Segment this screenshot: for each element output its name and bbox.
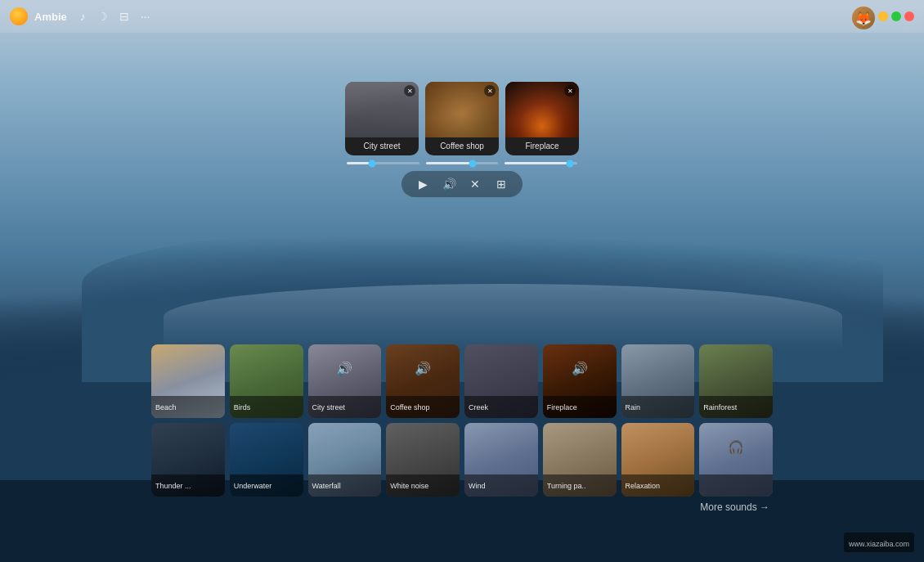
sound-label-fireplace: Fireplace xyxy=(543,396,617,418)
sound-image-thunder xyxy=(151,423,225,474)
sound-image-birds xyxy=(230,344,303,396)
sound-label-turningpages: Turning pa.. xyxy=(543,474,617,497)
close-button[interactable] xyxy=(904,11,914,21)
sound-image-waterfall xyxy=(308,423,382,474)
card-label-fireplace: Fireplace xyxy=(505,137,579,156)
sound-grid-row1: Beach Birds 🔊 City street 🔊 Coffee shop xyxy=(151,344,773,418)
sound-card-thunder[interactable]: Thunder ... xyxy=(151,423,225,497)
sound-image-rain xyxy=(621,344,695,396)
more-sounds-link[interactable]: More sounds → xyxy=(151,501,773,513)
sound-card-waterfall[interactable]: Waterfall xyxy=(308,423,382,497)
close-fireplace-button[interactable]: ✕ xyxy=(564,85,576,97)
sound-card-beach[interactable]: Beach xyxy=(151,344,225,418)
sound-card-city-street[interactable]: 🔊 City street xyxy=(308,344,382,418)
stop-button[interactable]: ✕ xyxy=(467,176,483,192)
sound-image-whitenoise xyxy=(386,423,460,474)
app-logo xyxy=(10,7,28,25)
sound-label-rain: Rain xyxy=(621,396,695,418)
sound-label-relaxation: Relaxation xyxy=(621,474,695,497)
night-mode-icon[interactable]: ☽ xyxy=(97,10,108,23)
active-card-coffee-shop[interactable]: ✕ Coffee shop xyxy=(425,82,499,155)
sound-label-city: City street xyxy=(308,396,382,418)
active-icon-city: 🔊 xyxy=(336,360,352,375)
sound-image-relaxation xyxy=(621,423,695,474)
sound-label-headphones xyxy=(699,474,773,497)
sound-card-wind[interactable]: Wind xyxy=(464,423,538,497)
slider-fill-coffee xyxy=(426,162,473,164)
sound-label-rainforest: Rainforest xyxy=(699,396,773,418)
slider-fireplace[interactable] xyxy=(505,162,577,164)
headphones-icon: 🎧 xyxy=(728,438,744,454)
sound-label-whitenoise: White noise xyxy=(386,474,460,497)
card-label-city-street: City street xyxy=(345,137,419,156)
avatar[interactable]: 🦊 xyxy=(852,7,875,29)
slider-track-city xyxy=(347,162,419,164)
sound-label-birds: Birds xyxy=(230,396,303,418)
music-icon[interactable]: ♪ xyxy=(80,10,86,23)
slider-city-street[interactable] xyxy=(347,162,419,164)
titlebar: Ambie ♪ ☽ ⊟ ··· xyxy=(0,0,924,33)
sound-image-fireplace: 🔊 xyxy=(543,344,617,396)
sound-label-wind: Wind xyxy=(464,474,538,497)
active-cards: ✕ City street ✕ Coffee shop ✕ Fireplace xyxy=(345,82,579,155)
slider-track-fireplace xyxy=(505,162,577,164)
sound-card-white-noise[interactable]: White noise xyxy=(386,423,460,497)
titlebar-icons: ♪ ☽ ⊟ ··· xyxy=(80,10,150,23)
sound-label-creek: Creek xyxy=(464,396,538,418)
sound-card-headphones[interactable]: 🎧 xyxy=(699,423,773,497)
sound-image-coffee: 🔊 xyxy=(386,344,460,396)
card-label-coffee-shop: Coffee shop xyxy=(425,137,499,156)
slider-coffee-shop[interactable] xyxy=(426,162,499,164)
app-name: Ambie xyxy=(34,11,67,23)
sound-label-waterfall: Waterfall xyxy=(308,474,382,497)
sound-grid-row2: Thunder ... Underwater Waterfall White n… xyxy=(151,423,773,497)
sound-image-underwater xyxy=(230,423,303,474)
slider-thumb-fireplace[interactable] xyxy=(567,160,574,167)
play-button[interactable]: ▶ xyxy=(415,176,431,192)
active-icon-fireplace: 🔊 xyxy=(572,360,588,375)
sound-card-creek[interactable]: Creek xyxy=(464,344,538,418)
active-card-city-street[interactable]: ✕ City street xyxy=(345,82,419,155)
picture-icon[interactable]: ⊟ xyxy=(119,10,129,23)
sound-card-rain[interactable]: Rain xyxy=(621,344,695,418)
sound-card-fireplace[interactable]: 🔊 Fireplace xyxy=(543,344,617,418)
close-city-street-button[interactable]: ✕ xyxy=(404,85,415,97)
slider-thumb-city[interactable] xyxy=(369,160,376,167)
sound-label-thunder: Thunder ... xyxy=(151,474,225,497)
transport-controls: ▶ 🔊 ✕ ⊞ xyxy=(401,171,523,197)
watermark: www.xiazaiba.com xyxy=(844,533,914,552)
window-controls xyxy=(878,0,914,33)
more-menu-icon[interactable]: ··· xyxy=(141,10,150,23)
sound-card-birds[interactable]: Birds xyxy=(230,344,303,418)
volume-button[interactable]: 🔊 xyxy=(441,176,457,192)
sound-image-city: 🔊 xyxy=(308,344,382,396)
sound-card-underwater[interactable]: Underwater xyxy=(230,423,303,497)
maximize-button[interactable] xyxy=(891,11,901,21)
sliders-row xyxy=(343,162,581,164)
sound-card-rainforest[interactable]: Rainforest xyxy=(699,344,773,418)
save-preset-button[interactable]: ⊞ xyxy=(493,176,509,192)
sound-image-beach xyxy=(151,344,225,396)
active-icon-coffee: 🔊 xyxy=(415,360,431,375)
sound-label-underwater: Underwater xyxy=(230,474,303,497)
sound-grid-area: Beach Birds 🔊 City street 🔊 Coffee shop xyxy=(151,344,773,513)
sound-card-coffee-shop[interactable]: 🔊 Coffee shop xyxy=(386,344,460,418)
wave-crest xyxy=(164,284,842,349)
sound-image-turningpages xyxy=(543,423,617,474)
slider-thumb-coffee[interactable] xyxy=(469,160,477,167)
slider-fill-fireplace xyxy=(505,162,570,164)
sound-card-relaxation[interactable]: Relaxation xyxy=(621,423,695,497)
sound-image-headphones: 🎧 xyxy=(699,423,773,474)
avatar-area: 🦊 xyxy=(852,7,875,29)
close-coffee-shop-button[interactable]: ✕ xyxy=(484,85,496,97)
sound-image-rainforest xyxy=(699,344,773,396)
slider-track-coffee xyxy=(426,162,499,164)
sound-image-wind xyxy=(464,423,538,474)
sound-card-turning-pages[interactable]: Turning pa.. xyxy=(543,423,617,497)
active-panel: ✕ City street ✕ Coffee shop ✕ Fireplace xyxy=(343,82,581,197)
active-card-fireplace[interactable]: ✕ Fireplace xyxy=(505,82,579,155)
sound-label-coffee: Coffee shop xyxy=(386,396,460,418)
sound-label-beach: Beach xyxy=(151,396,225,418)
sound-image-creek xyxy=(464,344,538,396)
minimize-button[interactable] xyxy=(878,11,888,21)
